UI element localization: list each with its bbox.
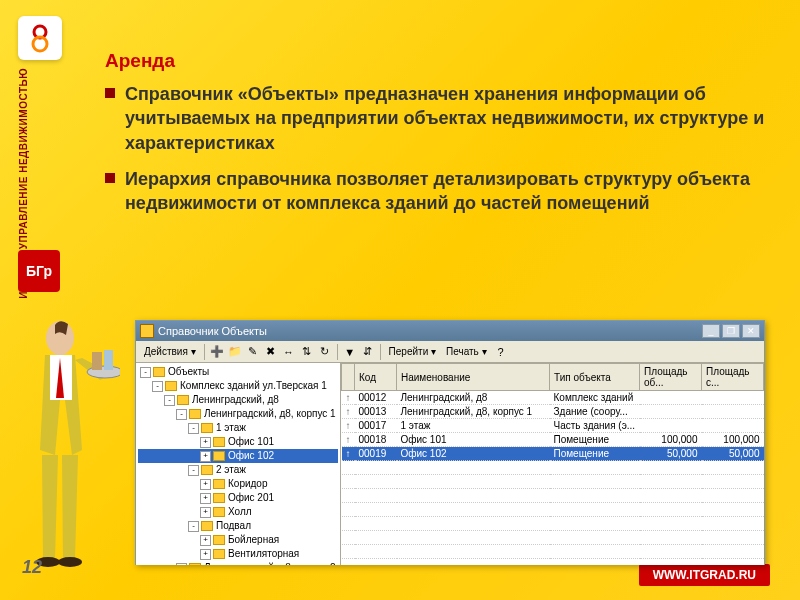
toolbar: Действия ▾ ➕ 📁 ✎ ✖ ↔ ⇅ ↻ ▼ ⇵ Перейти ▾ П… — [136, 341, 764, 363]
folder-icon — [213, 535, 225, 545]
table-row[interactable]: ↑00012Ленинградский, д8Комплекс зданий — [342, 391, 764, 405]
folder-icon — [201, 423, 213, 433]
tree-node-label: 1 этаж — [216, 421, 246, 435]
collapse-icon[interactable]: - — [140, 367, 151, 378]
close-button[interactable]: ✕ — [742, 324, 760, 338]
add-folder-icon[interactable]: 📁 — [227, 344, 243, 360]
table-row[interactable]: ↑00019Офис 102Помещение50,00050,000 — [342, 447, 764, 461]
expand-icon[interactable]: + — [200, 451, 211, 462]
expand-icon[interactable]: + — [200, 493, 211, 504]
tree-node[interactable]: +Холл — [138, 505, 338, 519]
column-header[interactable] — [342, 364, 355, 391]
tree-node[interactable]: -Ленинградский, д8, корпус 1 — [138, 407, 338, 421]
collapse-icon[interactable]: - — [152, 381, 163, 392]
table-cell — [702, 391, 764, 405]
table-cell: Здание (соору... — [550, 405, 640, 419]
column-header[interactable]: Код — [355, 364, 397, 391]
expand-icon[interactable]: + — [200, 437, 211, 448]
tree-node[interactable]: +Офис 201 — [138, 491, 338, 505]
tree-node-label: 2 этаж — [216, 463, 246, 477]
app-window: Справочник Объекты _ ❐ ✕ Действия ▾ ➕ 📁 … — [135, 320, 765, 565]
move-icon[interactable]: ↔ — [281, 344, 297, 360]
tree-node-label: Ленинградский, д8 — [192, 393, 279, 407]
collapse-icon[interactable]: - — [188, 423, 199, 434]
table-row-empty — [342, 517, 764, 531]
edit-icon[interactable]: ✎ — [245, 344, 261, 360]
svg-rect-7 — [92, 352, 102, 370]
add-icon[interactable]: ➕ — [209, 344, 225, 360]
table-cell: Помещение — [550, 447, 640, 461]
goto-menu[interactable]: Перейти ▾ — [385, 346, 440, 357]
tree-node-label: Ленинградский, д8, корпус 2 — [204, 561, 336, 565]
table-cell: 00018 — [355, 433, 397, 447]
actions-menu[interactable]: Действия ▾ — [140, 346, 200, 357]
tree-node[interactable]: -1 этаж — [138, 421, 338, 435]
footer-url: WWW.ITGRAD.RU — [639, 564, 770, 586]
tree-node-label: Офис 201 — [228, 491, 274, 505]
tree-pane[interactable]: -Объекты-Комплекс зданий ул.Тверская 1-Л… — [136, 363, 341, 565]
table-cell: 50,000 — [702, 447, 764, 461]
tree-node[interactable]: -2 этаж — [138, 463, 338, 477]
bullet-marker-icon — [105, 88, 115, 98]
tree-node[interactable]: -Подвал — [138, 519, 338, 533]
table-row[interactable]: ↑00013Ленинградский, д8, корпус 1Здание … — [342, 405, 764, 419]
table-cell: Ленинградский, д8 — [397, 391, 550, 405]
folder-icon — [189, 409, 201, 419]
table-cell: 100,000 — [640, 433, 702, 447]
table-cell — [702, 419, 764, 433]
table-cell: ↑ — [342, 433, 355, 447]
expand-icon[interactable]: + — [200, 507, 211, 518]
tree-node[interactable]: -Объекты — [138, 365, 338, 379]
collapse-icon[interactable]: - — [164, 395, 175, 406]
refresh-icon[interactable]: ↻ — [317, 344, 333, 360]
expand-icon[interactable]: + — [176, 563, 187, 566]
collapse-icon[interactable]: - — [188, 521, 199, 532]
hierarchy-icon[interactable]: ⇅ — [299, 344, 315, 360]
table-row-empty — [342, 531, 764, 545]
tree-node[interactable]: +Офис 102 — [138, 449, 338, 463]
folder-icon — [213, 507, 225, 517]
minimize-button[interactable]: _ — [702, 324, 720, 338]
tree-node[interactable]: +Офис 101 — [138, 435, 338, 449]
filter-icon[interactable]: ▼ — [342, 344, 358, 360]
table-row[interactable]: ↑000171 этажЧасть здания (э... — [342, 419, 764, 433]
table-cell: Помещение — [550, 433, 640, 447]
tree-node[interactable]: +Коридор — [138, 477, 338, 491]
column-header[interactable]: Тип объекта — [550, 364, 640, 391]
table-cell: Офис 101 — [397, 433, 550, 447]
tree-node[interactable]: +Вентиляторная — [138, 547, 338, 561]
print-menu[interactable]: Печать ▾ — [442, 346, 491, 357]
column-header[interactable]: Площадь с... — [702, 364, 764, 391]
table-cell: 00019 — [355, 447, 397, 461]
table-cell: Часть здания (э... — [550, 419, 640, 433]
table-row-empty — [342, 475, 764, 489]
window-titlebar[interactable]: Справочник Объекты _ ❐ ✕ — [136, 321, 764, 341]
tree-node-label: Вентиляторная — [228, 547, 299, 561]
table-cell: 00013 — [355, 405, 397, 419]
collapse-icon[interactable]: - — [176, 409, 187, 420]
help-icon[interactable]: ? — [493, 344, 509, 360]
column-header[interactable]: Наименование — [397, 364, 550, 391]
tree-node[interactable]: +Ленинградский, д8, корпус 2 — [138, 561, 338, 565]
table-cell — [640, 419, 702, 433]
folder-icon — [153, 367, 165, 377]
tree-node-label: Бойлерная — [228, 533, 279, 547]
table-cell: Ленинградский, д8, корпус 1 — [397, 405, 550, 419]
data-grid: КодНаименованиеТип объектаПлощадь об...П… — [341, 363, 764, 565]
table-cell: 1 этаж — [397, 419, 550, 433]
expand-icon[interactable]: + — [200, 549, 211, 560]
expand-icon[interactable]: + — [200, 535, 211, 546]
tree-node[interactable]: -Комплекс зданий ул.Тверская 1 — [138, 379, 338, 393]
column-header[interactable]: Площадь об... — [640, 364, 702, 391]
collapse-icon[interactable]: - — [188, 465, 199, 476]
delete-icon[interactable]: ✖ — [263, 344, 279, 360]
expand-icon[interactable]: + — [200, 479, 211, 490]
maximize-button[interactable]: ❐ — [722, 324, 740, 338]
tree-node[interactable]: -Ленинградский, д8 — [138, 393, 338, 407]
bgr-logo: БГр — [18, 250, 60, 292]
tree-node[interactable]: +Бойлерная — [138, 533, 338, 547]
table-row[interactable]: ↑00018Офис 101Помещение100,000100,000 — [342, 433, 764, 447]
sort-icon[interactable]: ⇵ — [360, 344, 376, 360]
grid-pane[interactable]: КодНаименованиеТип объектаПлощадь об...П… — [341, 363, 764, 565]
table-cell: 100,000 — [702, 433, 764, 447]
